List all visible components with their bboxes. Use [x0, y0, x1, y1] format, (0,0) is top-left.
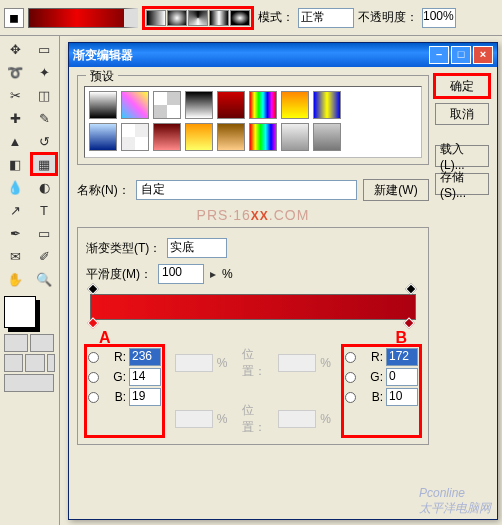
- b-input-a[interactable]: 19: [129, 388, 161, 406]
- options-bar: ◼ 模式： 正常 不透明度： 100%: [0, 0, 502, 36]
- eyedropper-tool[interactable]: ✐: [31, 245, 57, 267]
- smooth-input[interactable]: 100: [158, 264, 204, 284]
- pos-a: [278, 354, 316, 372]
- diamond-gradient-button[interactable]: [230, 10, 250, 26]
- gradient-tool[interactable]: ▦: [31, 153, 57, 175]
- zoom-tool[interactable]: 🔍: [31, 268, 57, 290]
- screen-standard[interactable]: [4, 354, 23, 372]
- preset-swatch-3[interactable]: [185, 91, 213, 119]
- move-tool[interactable]: ✥: [2, 38, 28, 60]
- color-stop-b[interactable]: [403, 317, 414, 328]
- pen-tool[interactable]: ✒: [2, 222, 28, 244]
- preset-swatch-15[interactable]: [313, 123, 341, 151]
- opacity-stop-right[interactable]: [405, 283, 416, 294]
- toolbox: ✥ ▭ ➰ ✦ ✂ ◫ ✚ ✎ ▲ ↺ ◧ ▦ 💧 ◐ ↗ T ✒ ▭ ✉ ✐ …: [0, 36, 60, 525]
- ok-button[interactable]: 确定: [435, 75, 489, 97]
- preset-swatch-9[interactable]: [121, 123, 149, 151]
- marquee-tool[interactable]: ▭: [31, 38, 57, 60]
- shape-tool[interactable]: ▭: [31, 222, 57, 244]
- reflected-gradient-button[interactable]: [209, 10, 229, 26]
- color-stop-a[interactable]: [87, 317, 98, 328]
- close-button[interactable]: ×: [473, 46, 493, 64]
- g-input-a[interactable]: 14: [129, 368, 161, 386]
- preset-swatch-10[interactable]: [153, 123, 181, 151]
- r-input-a[interactable]: 236: [129, 348, 161, 366]
- hand-tool[interactable]: ✋: [2, 268, 28, 290]
- new-button[interactable]: 新建(W): [363, 179, 429, 201]
- preset-swatch-13[interactable]: [249, 123, 277, 151]
- cancel-button[interactable]: 取消: [435, 103, 489, 125]
- preset-swatch-12[interactable]: [217, 123, 245, 151]
- preset-swatch-8[interactable]: [89, 123, 117, 151]
- slice-tool[interactable]: ◫: [31, 84, 57, 106]
- history-brush-tool[interactable]: ↺: [31, 130, 57, 152]
- preset-swatch-11[interactable]: [185, 123, 213, 151]
- quickmask-off[interactable]: [4, 334, 28, 352]
- r-radio-b[interactable]: [345, 352, 356, 363]
- lasso-tool[interactable]: ➰: [2, 61, 28, 83]
- dodge-tool[interactable]: ◐: [31, 176, 57, 198]
- preset-swatch-1[interactable]: [121, 91, 149, 119]
- g-input-b[interactable]: 0: [386, 368, 418, 386]
- preset-swatch-4[interactable]: [217, 91, 245, 119]
- r-radio-a[interactable]: [88, 352, 99, 363]
- jump-button[interactable]: [4, 374, 54, 392]
- r-input-b[interactable]: 172: [386, 348, 418, 366]
- preset-swatch-5[interactable]: [249, 91, 277, 119]
- rgb-b-group: R:172 G:0 B:10: [343, 346, 420, 436]
- title-bar[interactable]: 渐变编辑器 – □ ×: [69, 43, 497, 67]
- wand-tool[interactable]: ✦: [31, 61, 57, 83]
- foreground-color[interactable]: [4, 296, 36, 328]
- b-radio-a[interactable]: [88, 392, 99, 403]
- minimize-button[interactable]: –: [429, 46, 449, 64]
- tool-preset-picker[interactable]: ◼: [4, 8, 24, 28]
- quickmask-on[interactable]: [30, 334, 54, 352]
- path-tool[interactable]: ↗: [2, 199, 28, 221]
- type-tool[interactable]: T: [31, 199, 57, 221]
- screen-full[interactable]: [25, 354, 44, 372]
- preset-swatch-0[interactable]: [89, 91, 117, 119]
- stop-a-label: A: [99, 329, 111, 347]
- preset-swatch-2[interactable]: [153, 91, 181, 119]
- percent-label: %: [222, 267, 233, 281]
- mode-label: 模式：: [258, 9, 294, 26]
- grad-type-select[interactable]: 实底: [167, 238, 227, 258]
- screen-full2[interactable]: [47, 354, 55, 372]
- gradient-type-group: [142, 6, 254, 30]
- name-input[interactable]: 自定: [136, 180, 357, 200]
- rgb-a-group: R:236 G:14 B:19: [86, 346, 163, 436]
- radial-gradient-button[interactable]: [167, 10, 187, 26]
- save-button[interactable]: 存储(S)...: [435, 173, 489, 195]
- pos-b: [278, 410, 316, 428]
- g-radio-a[interactable]: [88, 372, 99, 383]
- opacity-input[interactable]: 100%: [422, 8, 456, 28]
- gradient-editor-dialog: 渐变编辑器 – □ × 预设 名称(N)： 自定 新建(W) PRS·16XX.…: [68, 42, 498, 520]
- linear-gradient-button[interactable]: [146, 10, 166, 26]
- notes-tool[interactable]: ✉: [2, 245, 28, 267]
- preset-swatch-14[interactable]: [281, 123, 309, 151]
- g-radio-b[interactable]: [345, 372, 356, 383]
- preset-group: 预设: [77, 75, 429, 165]
- blur-tool[interactable]: 💧: [2, 176, 28, 198]
- crop-tool[interactable]: ✂: [2, 84, 28, 106]
- gradient-preview[interactable]: [28, 8, 138, 28]
- maximize-button[interactable]: □: [451, 46, 471, 64]
- brush-tool[interactable]: ✎: [31, 107, 57, 129]
- heal-tool[interactable]: ✚: [2, 107, 28, 129]
- stamp-tool[interactable]: ▲: [2, 130, 28, 152]
- dialog-title: 渐变编辑器: [73, 47, 429, 64]
- load-button[interactable]: 载入(L)...: [435, 145, 489, 167]
- stop-b-label: B: [395, 329, 407, 347]
- angle-gradient-button[interactable]: [188, 10, 208, 26]
- eraser-tool[interactable]: ◧: [2, 153, 28, 175]
- b-input-b[interactable]: 10: [386, 388, 418, 406]
- mode-select[interactable]: 正常: [298, 8, 354, 28]
- preset-swatch-7[interactable]: [313, 91, 341, 119]
- smooth-label: 平滑度(M)：: [86, 266, 152, 283]
- preset-swatch-6[interactable]: [281, 91, 309, 119]
- gradient-track[interactable]: A B: [90, 294, 416, 320]
- name-label: 名称(N)：: [77, 182, 130, 199]
- opacity-stop-left[interactable]: [87, 283, 98, 294]
- b-radio-b[interactable]: [345, 392, 356, 403]
- preset-label: 预设: [86, 68, 118, 85]
